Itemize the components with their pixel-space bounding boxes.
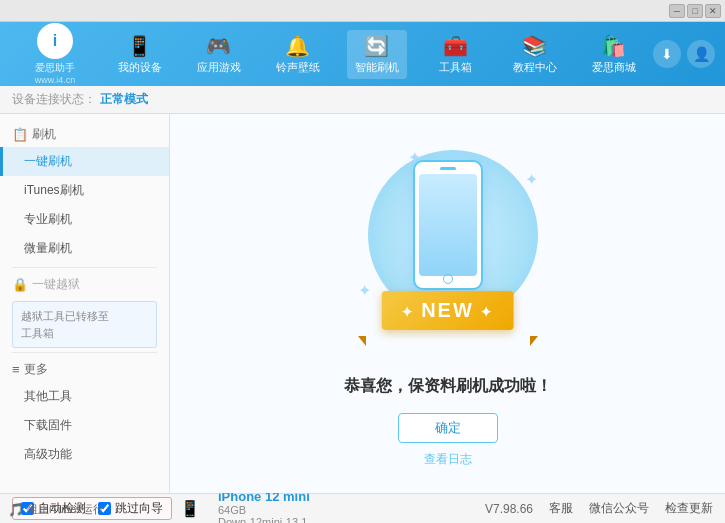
tutorials-icon: 📚 xyxy=(522,34,547,58)
phone-screen xyxy=(419,174,477,276)
device-storage: 64GB xyxy=(218,504,310,516)
check-update-link[interactable]: 查看日志 xyxy=(424,451,472,468)
main-layout: 📋 刷机 一键刷机 iTunes刷机 专业刷机 微量刷机 🔒 一键越狱 越狱工具… xyxy=(0,114,725,493)
itunes-running: 🎵 阻止iTunes运行 xyxy=(8,502,104,517)
sidebar-section-flash[interactable]: 📋 刷机 xyxy=(0,122,169,147)
content-area: ✦ ✦ ✦ NEW 恭喜您，保资料刷机成功啦！ 确定 查看日志 xyxy=(170,114,725,493)
smart-flash-icon: 🔄 xyxy=(364,34,389,58)
check-update-btn[interactable]: 检查更新 xyxy=(665,500,713,517)
user-btn[interactable]: 👤 xyxy=(687,40,715,68)
phone-illustration: ✦ ✦ ✦ NEW xyxy=(348,140,548,360)
status-value: 正常模式 xyxy=(100,91,148,108)
wallpaper-icon: 🔔 xyxy=(285,34,310,58)
tutorials-label: 教程中心 xyxy=(513,60,557,75)
logo-icon: i xyxy=(37,23,73,59)
nav-smart-flash[interactable]: 🔄 智能刷机 xyxy=(347,30,407,79)
device-info: iPhone 12 mini 64GB Down-12mini-13,1 xyxy=(218,489,310,523)
bottom-bar: 自动检测 跳过向导 📱 iPhone 12 mini 64GB Down-12m… xyxy=(0,493,725,523)
sidebar-item-advanced[interactable]: 高级功能 xyxy=(0,440,169,469)
phone-home-btn xyxy=(443,274,453,284)
divider-2 xyxy=(12,352,157,353)
sidebar-item-one-click-flash[interactable]: 一键刷机 xyxy=(0,147,169,176)
logo-text: 爱思助手 www.i4.cn xyxy=(35,61,76,85)
confirm-button[interactable]: 确定 xyxy=(398,413,498,443)
sidebar: 📋 刷机 一键刷机 iTunes刷机 专业刷机 微量刷机 🔒 一键越狱 越狱工具… xyxy=(0,114,170,493)
jailbreak-section-icon: 🔒 xyxy=(12,277,28,292)
my-device-icon: 📱 xyxy=(127,34,152,58)
close-btn[interactable]: ✕ xyxy=(705,4,721,18)
minimize-btn[interactable]: ─ xyxy=(669,4,685,18)
sidebar-item-download-firmware[interactable]: 下载固件 xyxy=(0,411,169,440)
device-phone-icon: 📱 xyxy=(180,499,200,518)
store-icon: 🛍️ xyxy=(601,34,626,58)
store-label: 爱思商城 xyxy=(592,60,636,75)
my-device-label: 我的设备 xyxy=(118,60,162,75)
title-bar: ─ □ ✕ xyxy=(0,0,725,22)
new-banner: NEW xyxy=(381,291,514,330)
divider-1 xyxy=(12,267,157,268)
itunes-icon: 🎵 xyxy=(8,502,24,517)
toolbox-icon: 🧰 xyxy=(443,34,468,58)
device-firmware: Down-12mini-13,1 xyxy=(218,516,310,523)
sidebar-item-itunes-flash[interactable]: iTunes刷机 xyxy=(0,176,169,205)
wechat-link[interactable]: 微信公众号 xyxy=(589,500,649,517)
download-btn[interactable]: ⬇ xyxy=(653,40,681,68)
nav-items: 📱 我的设备 🎮 应用游戏 🔔 铃声壁纸 🔄 智能刷机 🧰 工具箱 📚 教程中心… xyxy=(100,30,653,79)
sparkle-2: ✦ xyxy=(525,170,538,189)
nav-store[interactable]: 🛍️ 爱思商城 xyxy=(584,30,644,79)
banner-left-flap xyxy=(358,336,366,346)
apps-icon: 🎮 xyxy=(206,34,231,58)
support-link[interactable]: 客服 xyxy=(549,500,573,517)
bottom-right: V7.98.66 客服 微信公众号 检查更新 xyxy=(485,500,713,517)
banner-right-flap xyxy=(530,336,538,346)
version-label: V7.98.66 xyxy=(485,502,533,516)
sparkle-3: ✦ xyxy=(358,281,371,300)
logo-area: i 爱思助手 www.i4.cn xyxy=(10,23,100,85)
nav-wallpaper[interactable]: 🔔 铃声壁纸 xyxy=(268,30,328,79)
apps-label: 应用游戏 xyxy=(197,60,241,75)
sidebar-section-more[interactable]: ≡ 更多 xyxy=(0,357,169,382)
sidebar-item-pro-flash[interactable]: 专业刷机 xyxy=(0,205,169,234)
header: i 爱思助手 www.i4.cn 📱 我的设备 🎮 应用游戏 🔔 铃声壁纸 🔄 … xyxy=(0,22,725,86)
jailbreak-note: 越狱工具已转移至工具箱 xyxy=(12,301,157,348)
smart-flash-label: 智能刷机 xyxy=(355,60,399,75)
phone-speaker xyxy=(440,167,456,170)
nav-toolbox[interactable]: 🧰 工具箱 xyxy=(426,30,486,79)
nav-apps[interactable]: 🎮 应用游戏 xyxy=(189,30,249,79)
status-label: 设备连接状态： xyxy=(12,91,96,108)
success-text: 恭喜您，保资料刷机成功啦！ xyxy=(344,376,552,397)
wallpaper-label: 铃声壁纸 xyxy=(276,60,320,75)
maximize-btn[interactable]: □ xyxy=(687,4,703,18)
skip-wizard-checkbox[interactable]: 跳过向导 xyxy=(98,500,163,517)
status-bar: 设备连接状态： 正常模式 xyxy=(0,86,725,114)
flash-section-icon: 📋 xyxy=(12,127,28,142)
toolbox-label: 工具箱 xyxy=(439,60,472,75)
sidebar-item-other-tools[interactable]: 其他工具 xyxy=(0,382,169,411)
nav-my-device[interactable]: 📱 我的设备 xyxy=(110,30,170,79)
sidebar-item-micro-flash[interactable]: 微量刷机 xyxy=(0,234,169,263)
sidebar-section-jailbreak: 🔒 一键越狱 xyxy=(0,272,169,297)
phone-body xyxy=(413,160,483,290)
nav-tutorials[interactable]: 📚 教程中心 xyxy=(505,30,565,79)
header-right: ⬇ 👤 xyxy=(653,40,715,68)
more-section-icon: ≡ xyxy=(12,362,20,377)
